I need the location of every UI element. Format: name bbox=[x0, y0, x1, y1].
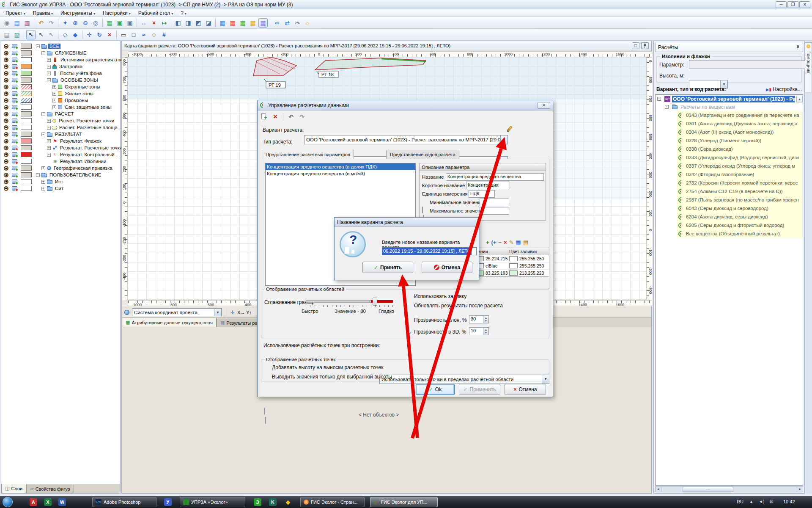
delete-variant-icon[interactable]: × bbox=[271, 112, 280, 121]
expand-icon[interactable]: + bbox=[47, 72, 51, 75]
clock[interactable]: 10:42 bbox=[783, 499, 795, 504]
substance-row[interactable]: 0333 (Дигидросульфид (Водород сернистый,… bbox=[677, 153, 803, 162]
visibility-eye-icon[interactable] bbox=[4, 173, 8, 177]
axes-icon[interactable]: ✛ bbox=[230, 309, 235, 315]
printer-icon[interactable] bbox=[12, 179, 17, 184]
excel-icon[interactable]: X bbox=[44, 498, 52, 506]
layer-row[interactable]: −РАСЧЕТ bbox=[1, 110, 120, 117]
substance-row[interactable]: 0304 (Азот (II) оксид (Азот монооксид)) bbox=[677, 128, 803, 136]
min-value-checkbox[interactable] bbox=[422, 207, 423, 213]
menu-item-Инструменты[interactable]: Инструменты▾ bbox=[57, 10, 99, 17]
scissors-icon[interactable]: ✂ bbox=[293, 18, 302, 28]
printer-icon[interactable] bbox=[12, 64, 17, 69]
substance-row[interactable]: 2937 (Пыль зерновая (по массе/по грибам … bbox=[677, 196, 803, 204]
short-name-field[interactable]: Концентрация bbox=[466, 182, 510, 189]
undo-icon[interactable]: ↶ bbox=[286, 112, 296, 121]
scroll-up-icon[interactable]: ▲ bbox=[796, 96, 803, 102]
layer-color-swatch[interactable] bbox=[21, 152, 32, 157]
menu-item-?[interactable]: ?▾ bbox=[177, 10, 190, 17]
opacity-3d-stepper[interactable]: 10 ▲▼ bbox=[469, 327, 489, 335]
layer-row[interactable]: −ОСОБЫЕ ЗОНЫ bbox=[1, 77, 120, 83]
menu-item-Настройки[interactable]: Настройки▾ bbox=[99, 10, 134, 17]
layer-color-swatch[interactable] bbox=[21, 172, 32, 177]
layer-row[interactable]: −СЛУЖЕБНЫЕ bbox=[1, 50, 120, 56]
zoom-out-icon[interactable]: ⊖ bbox=[81, 18, 90, 28]
layer-color-swatch[interactable] bbox=[21, 132, 32, 137]
list-item[interactable]: Концентрация вредного вещества (в мг/м3) bbox=[266, 170, 415, 177]
bring-forward-icon[interactable]: ◩ bbox=[194, 18, 203, 28]
layer-row[interactable]: −ВСЕ bbox=[1, 43, 120, 50]
visibility-eye-icon[interactable] bbox=[4, 139, 8, 144]
printer-icon[interactable] bbox=[12, 146, 17, 150]
collapse-icon[interactable]: − bbox=[665, 105, 669, 109]
close-button[interactable] bbox=[799, 1, 810, 8]
update-results-checkbox[interactable] bbox=[407, 331, 408, 337]
table-points-4-icon[interactable]: ▦ bbox=[248, 18, 258, 28]
expand-icon[interactable]: + bbox=[41, 166, 45, 170]
expand-icon[interactable]: + bbox=[47, 119, 51, 123]
printer-icon[interactable] bbox=[12, 98, 17, 102]
word-icon[interactable]: W bbox=[58, 498, 66, 506]
tab-layers[interactable]: ◫ Слои bbox=[1, 484, 26, 493]
undo-icon[interactable]: ↶ bbox=[36, 18, 46, 28]
node-edit-icon[interactable]: ◇ bbox=[60, 30, 70, 39]
style-brush-icon[interactable]: ▨ bbox=[12, 30, 22, 39]
expand-icon[interactable]: + bbox=[47, 126, 51, 130]
substance-row[interactable]: 2732 (Керосин (Керосин прямой перегонки;… bbox=[677, 179, 803, 187]
table-points-1-icon[interactable]: ▦ bbox=[218, 18, 227, 28]
add-variant-icon[interactable]: + bbox=[260, 112, 269, 121]
name-field[interactable]: Концентрация вредного вещества bbox=[446, 173, 544, 181]
printer-icon[interactable] bbox=[12, 78, 17, 82]
opacity-3d-value[interactable]: 10 bbox=[469, 327, 483, 335]
lightning-icon[interactable]: ◆ bbox=[284, 498, 292, 506]
eco-tray-icon[interactable]: Э bbox=[254, 498, 261, 506]
layer-row[interactable]: −ПОЛЬЗОВАТЕЛЬСКИЕ bbox=[1, 171, 120, 178]
layer-color-swatch[interactable] bbox=[21, 179, 32, 184]
taskbar-gis-help-button[interactable]: ГИС Эколог - Стран... bbox=[300, 497, 365, 507]
layer-row[interactable]: +Охранные зоны bbox=[1, 83, 120, 90]
volume-icon[interactable]: ◄) bbox=[759, 499, 764, 504]
scroll-right-icon[interactable]: ► bbox=[797, 487, 803, 492]
printer-icon[interactable] bbox=[12, 166, 17, 170]
substance-row[interactable]: 6204 (Азота диоксид, серы диоксид) bbox=[677, 213, 803, 221]
printer-icon[interactable] bbox=[12, 58, 17, 62]
layer-color-swatch[interactable] bbox=[21, 84, 32, 89]
calculation-root-row[interactable]: − ВР ООО 'Ростовский зерновой терминал' … bbox=[656, 95, 803, 103]
user-icon[interactable]: ◉ bbox=[2, 18, 11, 28]
tab-parameters-view[interactable]: Представление расчетных параметров bbox=[262, 149, 354, 159]
printer-icon[interactable] bbox=[12, 85, 17, 89]
remove-row-icon[interactable]: − bbox=[499, 239, 502, 246]
bring-to-front-icon[interactable]: ◧ bbox=[173, 18, 183, 28]
printer-icon[interactable] bbox=[12, 44, 17, 48]
expand-icon[interactable]: − bbox=[41, 51, 45, 55]
measure-icon[interactable]: ↔ bbox=[139, 18, 148, 28]
tab-codes-view[interactable]: Представление кодов расчета bbox=[386, 150, 459, 159]
min-value-field[interactable] bbox=[480, 199, 509, 206]
kaspersky-icon[interactable]: K bbox=[269, 498, 277, 506]
tray-expand-icon[interactable]: ▲ bbox=[749, 500, 753, 504]
printer-icon[interactable] bbox=[12, 91, 17, 96]
layer-row[interactable]: +≈Результат. Контрольный ... bbox=[1, 151, 120, 158]
settings-button[interactable]: ▶▮ Настройка... bbox=[766, 86, 802, 92]
table-points-3-icon[interactable]: ▦ bbox=[238, 18, 247, 28]
visibility-eye-icon[interactable] bbox=[4, 51, 8, 55]
tab-figure-properties[interactable]: ▱ Свойства фигур bbox=[26, 485, 74, 493]
grid-tool-icon[interactable]: # bbox=[159, 30, 169, 39]
table-points-2-icon[interactable]: ▦ bbox=[228, 18, 237, 28]
variant-name-input[interactable]: 06.2022 19:15 - 29.06.2022 19:15] , ЛЕТО bbox=[382, 247, 477, 255]
visibility-eye-icon[interactable] bbox=[4, 112, 8, 116]
substance-row[interactable]: Все вещества (Объединённый результат) bbox=[677, 229, 803, 238]
color-table-row[interactable]: clBlue 255.255.250 bbox=[475, 262, 549, 270]
visibility-eye-icon[interactable] bbox=[4, 91, 8, 96]
slider-thumb[interactable] bbox=[373, 298, 377, 306]
expand-icon[interactable]: + bbox=[52, 99, 56, 102]
expand-icon[interactable]: + bbox=[47, 139, 51, 143]
open-project-icon[interactable]: ▤ bbox=[12, 18, 22, 28]
printer-icon[interactable] bbox=[12, 125, 17, 130]
send-to-back-icon[interactable]: ◨ bbox=[184, 18, 193, 28]
expand-icon[interactable]: − bbox=[36, 44, 40, 48]
visibility-eye-icon[interactable] bbox=[4, 78, 8, 83]
substance-row[interactable]: 0143 (Марганец и его соединения (в перес… bbox=[677, 111, 803, 119]
open-palette-icon[interactable]: ▤ bbox=[523, 239, 528, 246]
visibility-eye-icon[interactable] bbox=[4, 119, 8, 123]
